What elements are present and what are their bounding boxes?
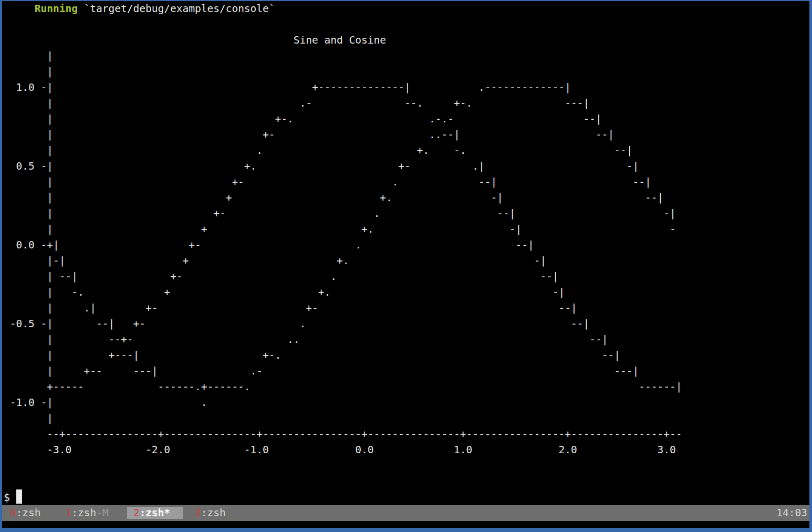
window-index: 1 [65,507,71,519]
window-label: :zsh [16,507,41,519]
window-flag: -M [96,507,108,519]
window-flag: * [164,507,170,519]
ascii-chart: Sine and Cosine | | 1.0 -| +------------… [2,17,682,474]
prompt-symbol: $ [4,492,10,504]
window-index: 3 [195,507,201,519]
tmux-status-bar: 0:zsh 1:zsh-M 2:zsh* 3:zsh14:03 [2,505,809,521]
window-index: 2 [133,507,140,519]
window-label: :zsh [201,507,226,519]
window-label: :zsh [139,507,164,519]
gap [109,507,127,519]
cargo-status-label: Running [35,3,78,15]
tmux-window-tab-0[interactable]: 0:zsh [10,507,41,519]
window-index: 0 [10,507,16,519]
cargo-command-text: `target/debug/examples/console` [78,3,275,15]
tmux-window-list: 0:zsh 1:zsh-M 2:zsh* 3:zsh [2,505,809,521]
shell-prompt-row[interactable]: $ [2,489,22,506]
tmux-window-tab-1[interactable]: 1:zsh-M [65,507,108,519]
cargo-run-line: Running `target/debug/examples/console` [2,1,275,17]
tmux-window-tab-3[interactable]: 3:zsh [195,507,226,519]
tmux-window-tab-2-active[interactable]: 2:zsh* [127,507,183,519]
status-clock: 14:03 [776,505,807,521]
gap [183,507,195,519]
text-cursor[interactable] [16,489,23,504]
gap [40,507,65,519]
window-label: :zsh [71,507,96,519]
gap [4,507,10,519]
